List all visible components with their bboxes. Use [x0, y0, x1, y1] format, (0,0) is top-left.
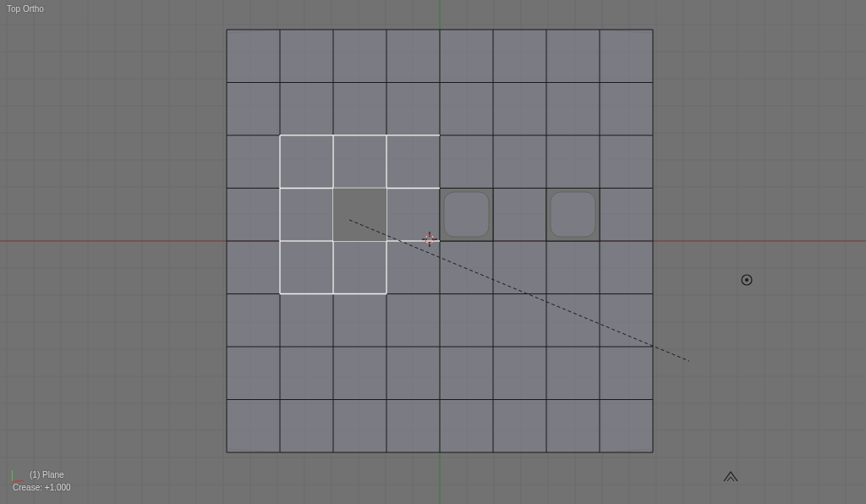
- viewport-grid: [0, 0, 866, 504]
- selected-face-hole: [333, 189, 386, 242]
- mesh-hole-1: [440, 189, 493, 242]
- axis-x-indicator: [12, 480, 24, 482]
- camera-icon[interactable]: [722, 470, 739, 483]
- mesh-plane[interactable]: [227, 30, 689, 452]
- viewport-3d[interactable]: Top Ortho (1) Plane Crease: +1.000: [0, 0, 866, 504]
- crease-label: Crease: +1.000: [13, 483, 71, 492]
- cursor-3d-icon: [422, 232, 437, 247]
- axis-gizmo: [12, 465, 29, 482]
- lamp-icon[interactable]: [741, 274, 753, 286]
- svg-rect-71: [551, 192, 595, 237]
- object-label: (1) Plane: [30, 470, 64, 479]
- view-label: Top Ortho: [7, 4, 44, 14]
- svg-point-87: [745, 278, 748, 282]
- mesh-hole-2: [546, 189, 600, 242]
- svg-rect-68: [444, 192, 489, 237]
